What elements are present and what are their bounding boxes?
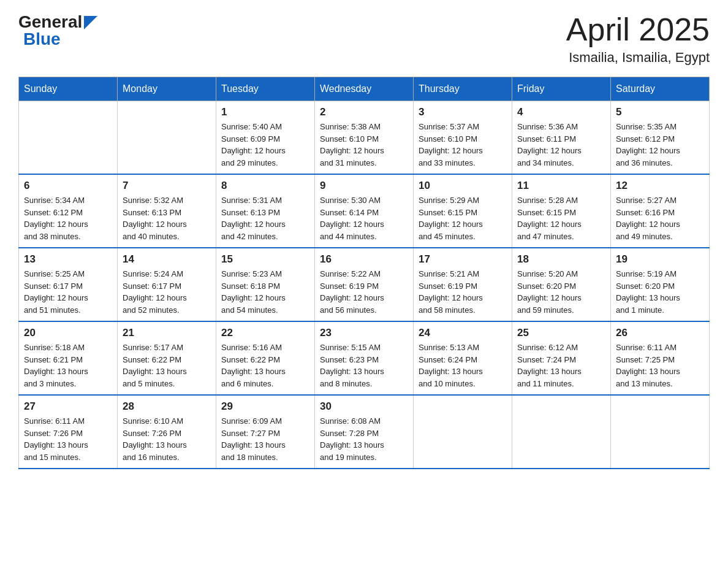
day-number: 23 <box>320 327 408 339</box>
day-detail: Sunrise: 5:31 AM Sunset: 6:13 PM Dayligh… <box>221 194 309 242</box>
calendar-cell: 5Sunrise: 5:35 AM Sunset: 6:12 PM Daylig… <box>611 101 710 175</box>
logo-triangle-icon <box>84 16 97 29</box>
calendar-week-row: 6Sunrise: 5:34 AM Sunset: 6:12 PM Daylig… <box>19 174 710 248</box>
day-detail: Sunrise: 5:34 AM Sunset: 6:12 PM Dayligh… <box>24 194 112 242</box>
calendar-week-row: 20Sunrise: 5:18 AM Sunset: 6:21 PM Dayli… <box>19 321 710 395</box>
day-number: 4 <box>517 106 605 118</box>
calendar-cell: 9Sunrise: 5:30 AM Sunset: 6:14 PM Daylig… <box>315 174 414 248</box>
day-detail: Sunrise: 6:09 AM Sunset: 7:27 PM Dayligh… <box>221 415 309 463</box>
calendar-cell: 24Sunrise: 5:13 AM Sunset: 6:24 PM Dayli… <box>414 321 512 395</box>
calendar-cell: 21Sunrise: 5:17 AM Sunset: 6:22 PM Dayli… <box>118 321 216 395</box>
day-detail: Sunrise: 5:29 AM Sunset: 6:15 PM Dayligh… <box>419 194 507 242</box>
calendar-cell: 13Sunrise: 5:25 AM Sunset: 6:17 PM Dayli… <box>19 248 118 321</box>
calendar-week-row: 1Sunrise: 5:40 AM Sunset: 6:09 PM Daylig… <box>19 101 710 175</box>
day-of-week-header: Monday <box>118 77 216 101</box>
day-detail: Sunrise: 5:18 AM Sunset: 6:21 PM Dayligh… <box>24 342 112 389</box>
day-number: 7 <box>123 180 211 192</box>
day-number: 12 <box>616 180 704 192</box>
day-number: 27 <box>24 400 112 413</box>
calendar-table: SundayMondayTuesdayWednesdayThursdayFrid… <box>18 77 710 469</box>
day-number: 13 <box>24 253 112 266</box>
calendar-cell: 10Sunrise: 5:29 AM Sunset: 6:15 PM Dayli… <box>414 174 512 248</box>
day-of-week-header: Saturday <box>611 77 710 101</box>
calendar-cell: 3Sunrise: 5:37 AM Sunset: 6:10 PM Daylig… <box>414 101 512 175</box>
calendar-cell: 26Sunrise: 6:11 AM Sunset: 7:25 PM Dayli… <box>611 321 710 395</box>
title-block: April 2025 Ismailia, Ismailia, Egypt <box>566 12 710 66</box>
calendar-cell: 2Sunrise: 5:38 AM Sunset: 6:10 PM Daylig… <box>315 101 414 175</box>
day-number: 8 <box>221 180 309 192</box>
day-detail: Sunrise: 5:21 AM Sunset: 6:19 PM Dayligh… <box>419 268 507 316</box>
day-number: 16 <box>320 253 408 266</box>
calendar-cell: 7Sunrise: 5:32 AM Sunset: 6:13 PM Daylig… <box>118 174 216 248</box>
calendar-cell: 18Sunrise: 5:20 AM Sunset: 6:20 PM Dayli… <box>512 248 611 321</box>
day-detail: Sunrise: 5:23 AM Sunset: 6:18 PM Dayligh… <box>221 268 309 316</box>
day-detail: Sunrise: 5:22 AM Sunset: 6:19 PM Dayligh… <box>320 268 408 316</box>
day-number: 20 <box>24 327 112 339</box>
calendar-header-row: SundayMondayTuesdayWednesdayThursdayFrid… <box>19 77 710 101</box>
day-detail: Sunrise: 5:40 AM Sunset: 6:09 PM Dayligh… <box>221 121 309 169</box>
calendar-cell: 15Sunrise: 5:23 AM Sunset: 6:18 PM Dayli… <box>216 248 315 321</box>
day-detail: Sunrise: 5:37 AM Sunset: 6:10 PM Dayligh… <box>419 121 507 169</box>
day-detail: Sunrise: 5:24 AM Sunset: 6:17 PM Dayligh… <box>123 268 211 316</box>
day-detail: Sunrise: 6:10 AM Sunset: 7:26 PM Dayligh… <box>123 415 211 463</box>
calendar-cell: 29Sunrise: 6:09 AM Sunset: 7:27 PM Dayli… <box>216 395 315 469</box>
day-detail: Sunrise: 5:30 AM Sunset: 6:14 PM Dayligh… <box>320 194 408 242</box>
day-number: 24 <box>419 327 507 339</box>
day-number: 10 <box>419 180 507 192</box>
day-number: 19 <box>616 253 704 266</box>
day-number: 3 <box>419 106 507 118</box>
calendar-cell: 28Sunrise: 6:10 AM Sunset: 7:26 PM Dayli… <box>118 395 216 469</box>
day-of-week-header: Thursday <box>414 77 512 101</box>
calendar-cell: 14Sunrise: 5:24 AM Sunset: 6:17 PM Dayli… <box>118 248 216 321</box>
calendar-cell: 20Sunrise: 5:18 AM Sunset: 6:21 PM Dayli… <box>19 321 118 395</box>
logo: General Blue <box>18 12 97 49</box>
calendar-subtitle: Ismailia, Ismailia, Egypt <box>566 50 710 66</box>
day-number: 25 <box>517 327 605 339</box>
day-detail: Sunrise: 5:19 AM Sunset: 6:20 PM Dayligh… <box>616 268 704 316</box>
calendar-cell: 11Sunrise: 5:28 AM Sunset: 6:15 PM Dayli… <box>512 174 611 248</box>
day-detail: Sunrise: 5:17 AM Sunset: 6:22 PM Dayligh… <box>123 342 211 389</box>
calendar-cell: 27Sunrise: 6:11 AM Sunset: 7:26 PM Dayli… <box>19 395 118 469</box>
day-detail: Sunrise: 5:35 AM Sunset: 6:12 PM Dayligh… <box>616 121 704 169</box>
calendar-cell <box>414 395 512 469</box>
day-detail: Sunrise: 5:38 AM Sunset: 6:10 PM Dayligh… <box>320 121 408 169</box>
page-header: General Blue April 2025 Ismailia, Ismail… <box>18 12 710 66</box>
day-detail: Sunrise: 5:13 AM Sunset: 6:24 PM Dayligh… <box>419 342 507 389</box>
day-detail: Sunrise: 5:27 AM Sunset: 6:16 PM Dayligh… <box>616 194 704 242</box>
calendar-week-row: 13Sunrise: 5:25 AM Sunset: 6:17 PM Dayli… <box>19 248 710 321</box>
day-number: 28 <box>123 400 211 413</box>
calendar-cell <box>118 101 216 175</box>
day-number: 18 <box>517 253 605 266</box>
calendar-cell: 1Sunrise: 5:40 AM Sunset: 6:09 PM Daylig… <box>216 101 315 175</box>
calendar-cell: 17Sunrise: 5:21 AM Sunset: 6:19 PM Dayli… <box>414 248 512 321</box>
calendar-cell: 12Sunrise: 5:27 AM Sunset: 6:16 PM Dayli… <box>611 174 710 248</box>
day-number: 26 <box>616 327 704 339</box>
calendar-cell: 22Sunrise: 5:16 AM Sunset: 6:22 PM Dayli… <box>216 321 315 395</box>
logo-blue-text: Blue <box>23 29 61 49</box>
calendar-cell: 4Sunrise: 5:36 AM Sunset: 6:11 PM Daylig… <box>512 101 611 175</box>
day-number: 29 <box>221 400 309 413</box>
calendar-cell: 8Sunrise: 5:31 AM Sunset: 6:13 PM Daylig… <box>216 174 315 248</box>
calendar-week-row: 27Sunrise: 6:11 AM Sunset: 7:26 PM Dayli… <box>19 395 710 469</box>
svg-marker-0 <box>84 16 97 29</box>
day-number: 30 <box>320 400 408 413</box>
day-detail: Sunrise: 5:36 AM Sunset: 6:11 PM Dayligh… <box>517 121 605 169</box>
calendar-cell: 25Sunrise: 6:12 AM Sunset: 7:24 PM Dayli… <box>512 321 611 395</box>
day-number: 17 <box>419 253 507 266</box>
day-detail: Sunrise: 5:25 AM Sunset: 6:17 PM Dayligh… <box>24 268 112 316</box>
calendar-cell <box>19 101 118 175</box>
day-detail: Sunrise: 6:11 AM Sunset: 7:25 PM Dayligh… <box>616 342 704 389</box>
day-number: 6 <box>24 180 112 192</box>
day-detail: Sunrise: 6:08 AM Sunset: 7:28 PM Dayligh… <box>320 415 408 463</box>
day-detail: Sunrise: 6:11 AM Sunset: 7:26 PM Dayligh… <box>24 415 112 463</box>
day-of-week-header: Tuesday <box>216 77 315 101</box>
day-detail: Sunrise: 5:32 AM Sunset: 6:13 PM Dayligh… <box>123 194 211 242</box>
day-detail: Sunrise: 5:16 AM Sunset: 6:22 PM Dayligh… <box>221 342 309 389</box>
calendar-cell <box>611 395 710 469</box>
day-number: 5 <box>616 106 704 118</box>
day-number: 15 <box>221 253 309 266</box>
day-number: 11 <box>517 180 605 192</box>
day-number: 1 <box>221 106 309 118</box>
day-number: 9 <box>320 180 408 192</box>
day-number: 2 <box>320 106 408 118</box>
